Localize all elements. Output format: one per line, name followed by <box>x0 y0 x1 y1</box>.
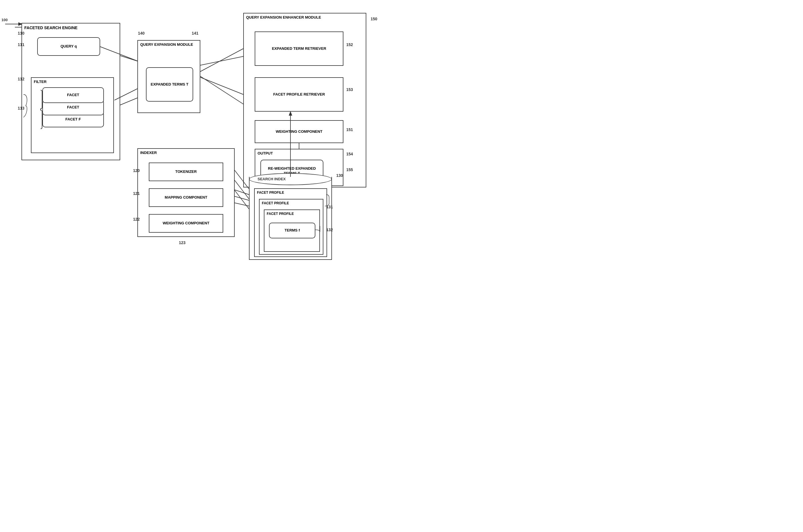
svg-line-21 <box>235 190 249 209</box>
weighting-component-top-label: WEIGHTING COMPONENT <box>275 129 322 134</box>
tokenizer-box: TOKENIZER <box>149 163 223 181</box>
num-132: 132 <box>326 228 333 232</box>
num-112: 112 <box>18 77 24 81</box>
num-120: 120 <box>133 168 140 173</box>
diagram: 100 FACETED SEARCH ENGINE 110 QUERY q 11… <box>0 0 402 266</box>
facet2-label: FACET <box>67 105 79 110</box>
weighting-component-top-box: WEIGHTING COMPONENT <box>255 120 343 143</box>
expanded-term-retriever-label: EXPANDED TERM RETRIEVER <box>272 46 326 51</box>
tokenizer-label: TOKENIZER <box>175 169 197 174</box>
num-123: 123 <box>179 241 186 245</box>
query-q-label: QUERY q <box>60 44 77 49</box>
num-111: 111 <box>18 42 24 47</box>
svg-line-4 <box>197 74 246 106</box>
num-131: 131 <box>326 205 333 209</box>
num-130: 130 <box>336 173 343 178</box>
num-152: 152 <box>346 42 353 47</box>
facet-bracket <box>18 89 43 130</box>
output-label: OUTPUT <box>257 151 273 156</box>
weighting-component-bottom-box: WEIGHTING COMPONENT <box>149 214 223 233</box>
num-122: 122 <box>133 217 140 222</box>
num-110: 110 <box>18 31 24 36</box>
svg-line-18 <box>200 77 243 94</box>
faceted-search-engine-label: FACETED SEARCH ENGINE <box>24 25 78 30</box>
mapping-component-label: MAPPING COMPONENT <box>165 195 208 200</box>
facet-profile-mid-label: FACET PROFILE <box>262 201 289 206</box>
enhancer-label: QUERY EXPANSION ENHANCER MODULE <box>246 15 321 20</box>
facet-profile-retriever-box: FACET PROFILE RETRIEVER <box>255 77 343 112</box>
terms-f-box: TERMS f <box>269 223 316 239</box>
num-154: 154 <box>346 152 353 156</box>
num-121: 121 <box>133 191 140 196</box>
facet-profile-outer-label: FACET PROFILE <box>257 191 284 195</box>
filter-label: FILTER <box>34 79 46 84</box>
facet1-label: FACET <box>67 93 79 98</box>
facet-profile-inner-label: FACET PROFILE <box>267 212 294 216</box>
num-150: 150 <box>370 17 377 21</box>
num-151: 151 <box>346 127 353 132</box>
facet-profile-retriever-label: FACET PROFILE RETRIEVER <box>273 92 325 97</box>
svg-line-3 <box>197 56 246 66</box>
mapping-component-box: MAPPING COMPONENT <box>149 188 223 207</box>
expanded-terms-box: EXPANDED TERMS T <box>146 67 193 101</box>
expanded-terms-label: EXPANDED TERMS T <box>151 82 189 87</box>
num-140: 140 <box>138 31 145 36</box>
search-index-label: SEARCH INDEX <box>257 177 286 181</box>
expanded-term-retriever-box: EXPANDED TERM RETRIEVER <box>255 32 343 66</box>
terms-f-label: TERMS f <box>284 228 300 233</box>
facet1-box: FACET <box>42 87 104 103</box>
facet3-label: FACET F <box>65 117 81 122</box>
query-expansion-module-label: QUERY EXPANSION MODULE <box>140 42 193 47</box>
indexer-label: INDEXER <box>140 151 157 155</box>
query-q-box: QUERY q <box>37 37 100 56</box>
num-155: 155 <box>346 167 353 172</box>
num-141: 141 <box>192 31 198 36</box>
weighting-component-bottom-label: WEIGHTING COMPONENT <box>162 221 209 226</box>
svg-line-17 <box>200 49 243 72</box>
num-153: 153 <box>346 87 353 92</box>
